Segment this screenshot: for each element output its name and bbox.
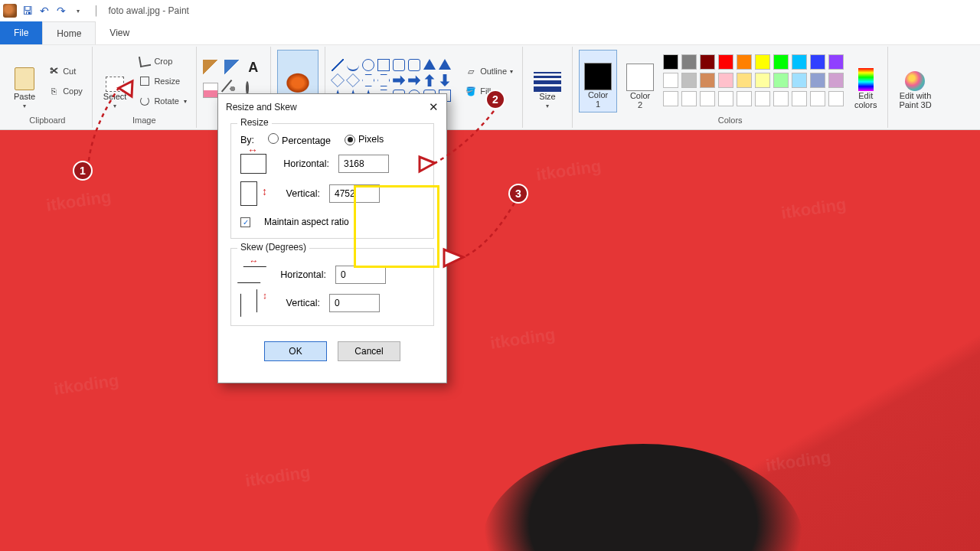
palette-empty[interactable] <box>792 91 807 106</box>
eraser-tool[interactable] <box>203 83 218 98</box>
paint-app-icon <box>3 4 17 18</box>
titlebar-separator: │ <box>93 5 100 16</box>
dialog-titlebar[interactable]: Resize and Skew ✕ <box>218 94 446 120</box>
skew-vertical-input[interactable] <box>329 294 380 312</box>
undo-icon[interactable]: ↶ <box>38 5 51 17</box>
palette-color[interactable] <box>828 54 844 70</box>
clipboard-icon <box>15 67 34 90</box>
resize-fieldset: Resize By: Percentage Pixels Horizontal:… <box>230 123 434 239</box>
palette-empty[interactable] <box>718 91 733 106</box>
group-label: Image <box>132 116 156 128</box>
chevron-down-icon: ▾ <box>546 103 549 109</box>
skew-fieldset: Skew (Degrees) Horizontal: Vertical: <box>230 248 434 326</box>
vertical-dim-icon <box>240 181 257 206</box>
tab-file[interactable]: File <box>0 21 42 44</box>
palette-color[interactable] <box>737 54 752 70</box>
ribbon-tabs: File Home View <box>0 21 980 44</box>
palette-color[interactable] <box>737 73 752 88</box>
palette-color[interactable] <box>681 73 697 88</box>
palette-empty[interactable] <box>828 91 844 106</box>
skew-v-label: Vertical: <box>266 298 320 308</box>
palette-color[interactable] <box>828 73 844 88</box>
select-button[interactable]: Select ▾ <box>99 50 132 112</box>
color2-button[interactable]: Color 2 <box>622 50 658 112</box>
canvas-area[interactable]: itkoding itkoding itkoding itkoding itko… <box>0 130 980 551</box>
group-paint3d: Edit with Paint 3D <box>888 47 942 128</box>
palette-color[interactable] <box>773 73 789 88</box>
canvas-dark-region <box>482 444 804 551</box>
group-clipboard: Paste ▾ ✀Cut ⎘Copy Clipboard <box>3 47 93 128</box>
group-size: Size ▾ <box>523 47 573 128</box>
crop-button[interactable]: Crop <box>136 52 189 70</box>
palette-empty[interactable] <box>700 91 715 106</box>
palette-color[interactable] <box>810 73 825 88</box>
annotation-badge-1: 1 <box>73 161 93 181</box>
redo-icon[interactable]: ↷ <box>55 5 67 17</box>
paste-button[interactable]: Paste ▾ <box>9 50 40 112</box>
watermark: itkoding <box>765 447 832 476</box>
radio-percentage[interactable]: Percentage <box>268 133 331 146</box>
cut-button[interactable]: ✀Cut <box>44 62 86 80</box>
paint3d-icon <box>905 71 925 91</box>
palette-empty[interactable] <box>681 91 697 106</box>
rotate-icon <box>139 95 151 107</box>
palette-empty[interactable] <box>810 91 825 106</box>
resize-icon <box>139 75 151 87</box>
watermark: itkoding <box>45 187 113 216</box>
watermark: itkoding <box>489 324 557 354</box>
palette-color[interactable] <box>718 54 733 70</box>
cancel-button[interactable]: Cancel <box>338 341 400 361</box>
tab-home[interactable]: Home <box>42 21 96 44</box>
palette-color[interactable] <box>718 73 733 88</box>
watermark: itkoding <box>535 156 603 185</box>
save-icon[interactable]: 🖫 <box>21 5 34 17</box>
fill-tool[interactable] <box>224 60 240 75</box>
palette-empty[interactable] <box>755 91 770 106</box>
outline-button[interactable]: ▱Outline▾ <box>462 62 516 80</box>
palette-color[interactable] <box>681 54 697 70</box>
palette-color[interactable] <box>755 73 770 88</box>
watermark: itkoding <box>53 370 120 399</box>
qat-dropdown-icon[interactable]: ▾ <box>72 5 84 17</box>
palette-color[interactable] <box>700 54 715 70</box>
palette-color[interactable] <box>755 54 770 70</box>
palette-color[interactable] <box>792 73 807 88</box>
vertical-label: Vertical: <box>266 188 320 199</box>
palette-color[interactable] <box>663 73 678 88</box>
skew-horizontal-input[interactable] <box>335 266 386 284</box>
color1-button[interactable]: Color 1 <box>579 50 617 112</box>
palette-empty[interactable] <box>773 91 789 106</box>
size-button[interactable]: Size ▾ <box>529 50 566 112</box>
resize-button[interactable]: Resize <box>136 72 189 90</box>
horizontal-dim-icon <box>240 154 266 174</box>
resize-vertical-input[interactable] <box>329 184 380 203</box>
palette-empty[interactable] <box>737 91 752 106</box>
palette-color[interactable] <box>700 73 715 88</box>
close-icon[interactable]: ✕ <box>429 100 439 114</box>
palette-color[interactable] <box>792 54 807 70</box>
maintain-aspect-checkbox[interactable]: ✓ <box>240 217 250 227</box>
text-tool[interactable]: A <box>246 60 261 75</box>
rotate-button[interactable]: Rotate▾ <box>136 92 189 110</box>
ok-button[interactable]: OK <box>264 341 327 361</box>
window-titlebar: 🖫 ↶ ↷ ▾ │ foto awal.jpg - Paint <box>0 0 980 21</box>
paint3d-button[interactable]: Edit with Paint 3D <box>894 50 936 112</box>
skew-v-icon <box>240 289 257 317</box>
ribbon: Paste ▾ ✀Cut ⎘Copy Clipboard Select ▾ Cr… <box>0 44 980 130</box>
group-colors: Color 1 Color 2 Edit colors Colors <box>573 47 888 128</box>
watermark: itkoding <box>244 462 312 491</box>
fill-icon: 🪣 <box>465 85 477 97</box>
tab-view[interactable]: View <box>96 21 143 44</box>
palette-color[interactable] <box>773 54 789 70</box>
copy-icon: ⎘ <box>47 85 60 97</box>
palette-empty[interactable] <box>663 91 678 106</box>
radio-pixels[interactable]: Pixels <box>345 134 384 145</box>
edit-colors-button[interactable]: Edit colors <box>850 50 881 112</box>
horizontal-label: Horizontal: <box>276 158 329 169</box>
palette-color[interactable] <box>810 54 825 70</box>
copy-button[interactable]: ⎘Copy <box>44 82 86 100</box>
annotation-badge-2: 2 <box>485 90 505 109</box>
palette-color[interactable] <box>663 54 678 70</box>
pencil-tool[interactable] <box>203 60 218 75</box>
resize-horizontal-input[interactable] <box>338 155 389 173</box>
